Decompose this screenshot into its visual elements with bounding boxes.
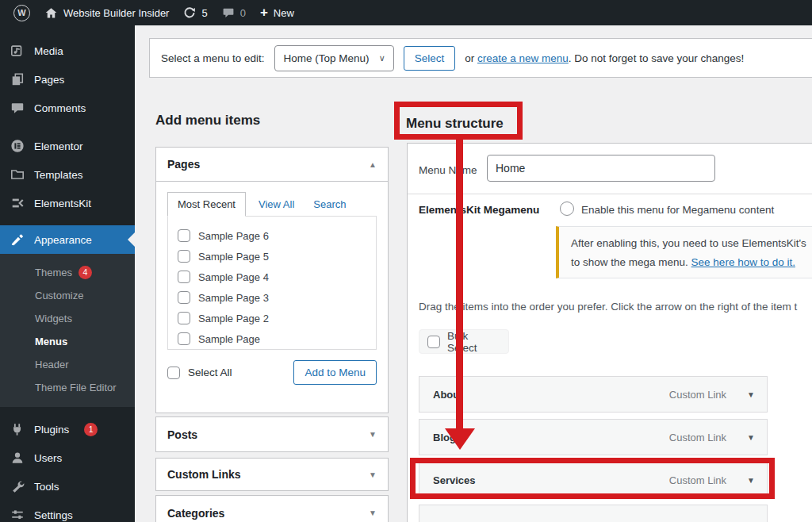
user-icon <box>10 450 25 466</box>
submenu-item-widgets[interactable]: Widgets <box>0 307 135 330</box>
updates-link[interactable]: 5 <box>176 0 214 25</box>
sidebar-item-label: Appearance <box>34 234 92 246</box>
pages-postbox: Pages ▲ Most Recent View All Search Samp… <box>155 147 389 413</box>
submenu-item-theme-file-editor[interactable]: Theme File Editor <box>0 376 135 399</box>
comments-link[interactable]: 0 <box>215 0 253 25</box>
settings-sliders-icon <box>10 507 25 522</box>
page-checkbox[interactable] <box>178 291 190 304</box>
sidebar-item-media[interactable]: Media <box>0 36 135 65</box>
sidebar-item-users[interactable]: Users <box>0 443 135 472</box>
menu-structure-title: Menu structure <box>406 114 504 133</box>
menu-select-dropdown[interactable]: Home (Top Menu) ∨ <box>274 45 394 71</box>
bulk-select-checkbox[interactable] <box>427 336 440 348</box>
tab-most-recent[interactable]: Most Recent <box>167 192 246 217</box>
categories-postbox[interactable]: Categories ▼ <box>155 495 389 522</box>
page-label: Sample Page <box>198 333 260 345</box>
see-how-link[interactable]: See here how to do it. <box>691 256 795 268</box>
menu-item-label: Services <box>433 474 476 486</box>
tab-search[interactable]: Search <box>307 193 352 216</box>
page-label: Sample Page 3 <box>198 292 269 304</box>
select-all-checkbox[interactable] <box>167 367 180 379</box>
sidebar-item-tools[interactable]: Tools <box>0 472 135 501</box>
menu-item-type: Custom Link <box>669 432 726 443</box>
new-content-button[interactable]: + New <box>253 0 301 25</box>
menu-item-type: Custom Link <box>669 389 726 401</box>
posts-postbox[interactable]: Posts ▼ <box>155 416 389 452</box>
menu-item-label: Blog <box>433 432 456 443</box>
menu-item-row-partial[interactable] <box>419 505 768 522</box>
select-button[interactable]: Select <box>404 46 456 71</box>
sidebar-separator <box>0 122 135 132</box>
tab-view-all[interactable]: View All <box>252 193 301 216</box>
submenu-item-label: Themes <box>35 267 72 278</box>
expand-arrow-icon[interactable]: ▼ <box>369 430 377 439</box>
megamenu-enable-checkbox[interactable] <box>560 202 574 216</box>
pages-postbox-body: Most Recent View All Search Sample Page … <box>156 182 388 385</box>
sidebar-item-comments[interactable]: Comments <box>0 94 135 122</box>
plugin-icon <box>10 421 25 437</box>
megamenu-notice: After enabling this, you need to use Ele… <box>556 226 812 278</box>
chevron-down-icon: ∨ <box>379 53 385 63</box>
list-item: Sample Page 5 <box>178 246 376 267</box>
row-expand-arrow-icon[interactable]: ▼ <box>747 433 755 442</box>
pages-tabs: Most Recent View All Search <box>167 192 377 216</box>
collapse-arrow-icon[interactable]: ▲ <box>369 160 377 169</box>
sidebar-item-pages[interactable]: Pages <box>0 65 135 94</box>
sidebar-item-templates[interactable]: Templates <box>0 160 135 189</box>
page-checkbox[interactable] <box>178 332 190 345</box>
list-item: Sample Page 4 <box>178 267 376 287</box>
pages-postbox-footer: Select All Add to Menu <box>167 360 377 385</box>
sidebar-item-appearance[interactable]: Appearance <box>0 225 135 254</box>
expand-arrow-icon[interactable]: ▼ <box>369 470 377 479</box>
expand-arrow-icon[interactable]: ▼ <box>369 509 377 517</box>
sidebar-item-label: ElementsKit <box>34 198 91 209</box>
sidebar-item-elementskit[interactable]: ElementsKit <box>0 189 135 217</box>
sidebar-item-plugins[interactable]: Plugins 1 <box>0 415 135 443</box>
add-to-menu-button[interactable]: Add to Menu <box>293 360 377 385</box>
page-checkbox[interactable] <box>178 312 190 324</box>
custom-links-postbox[interactable]: Custom Links ▼ <box>155 458 389 491</box>
menu-name-input[interactable] <box>487 155 715 182</box>
submenu-item-label: Menus <box>35 336 67 347</box>
comments-icon <box>10 100 25 116</box>
or-text: or <box>465 52 474 64</box>
page-checkbox[interactable] <box>178 250 190 263</box>
sidebar-item-settings[interactable]: Settings <box>0 501 135 522</box>
pages-postbox-header[interactable]: Pages ▲ <box>156 148 388 182</box>
site-home-link[interactable]: Website Builder Insider <box>37 0 176 25</box>
submenu-item-header[interactable]: Header <box>0 353 135 376</box>
page-label: Sample Page 2 <box>198 313 269 324</box>
wordpress-menu-button[interactable]: W <box>6 0 37 25</box>
notice-line-1: After enabling this, you need to use Ele… <box>571 234 812 253</box>
toolbar-hint: or create a new menu. Do not forget to s… <box>465 52 744 64</box>
plugins-update-badge: 1 <box>84 423 98 436</box>
row-expand-arrow-icon[interactable]: ▼ <box>747 390 755 399</box>
admin-sidebar: Media Pages Comments Elementor Templates… <box>0 25 135 522</box>
menu-item-row-blog[interactable]: Blog Custom Link ▼ <box>419 419 768 455</box>
new-label: New <box>274 7 294 19</box>
sidebar-item-label: Settings <box>34 509 73 521</box>
submenu-item-themes[interactable]: Themes 4 <box>0 261 135 284</box>
sidebar-separator <box>0 217 135 225</box>
themes-update-badge: 4 <box>79 266 92 279</box>
pages-icon <box>10 71 25 87</box>
submenu-item-menus[interactable]: Menus <box>0 330 135 353</box>
updates-icon <box>183 6 196 19</box>
plus-icon: + <box>260 6 268 19</box>
admin-bar: W Website Builder Insider 5 0 + New <box>0 0 812 25</box>
menu-item-row-about[interactable]: About Custom Link ▼ <box>419 376 768 413</box>
submenu-item-customize[interactable]: Customize <box>0 284 135 307</box>
sidebar-item-elementor[interactable]: Elementor <box>0 132 135 160</box>
create-new-menu-link[interactable]: create a new menu <box>477 52 569 64</box>
page-checkbox[interactable] <box>178 271 190 283</box>
page-checkbox[interactable] <box>178 229 190 242</box>
site-name: Website Builder Insider <box>63 7 169 19</box>
media-icon <box>10 43 25 59</box>
menu-item-row-services[interactable]: Services Custom Link ▼ <box>419 462 768 498</box>
sidebar-item-label: Templates <box>34 169 83 181</box>
row-expand-arrow-icon[interactable]: ▼ <box>747 476 755 485</box>
select-menu-label: Select a menu to edit: <box>161 52 265 64</box>
menu-name-label: Menu Name <box>419 164 477 176</box>
megamenu-enable-label: Enable this menu for Megamenu content <box>581 204 774 216</box>
page-label: Sample Page 4 <box>198 271 269 283</box>
